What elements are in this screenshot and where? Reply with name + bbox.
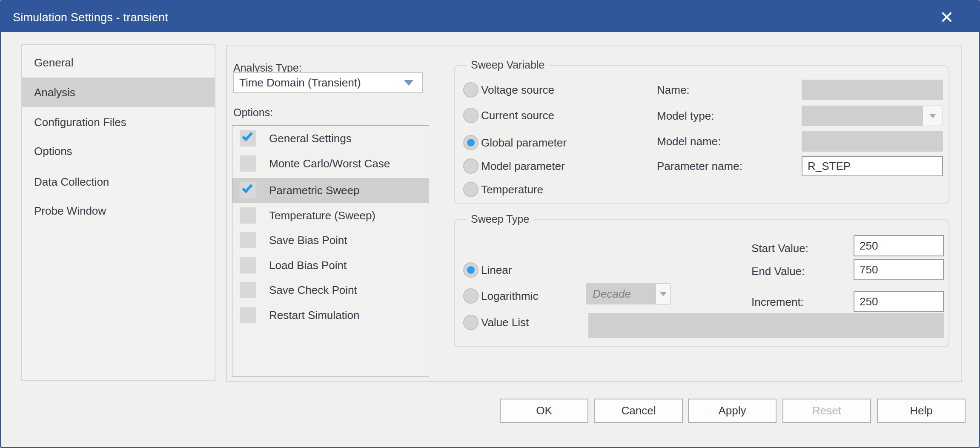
options-listbox: General Settings Monte Carlo/Worst Case …: [232, 125, 429, 377]
option-label: Load Bias Point: [269, 253, 347, 278]
option-row-monte-carlo[interactable]: Monte Carlo/Worst Case: [232, 151, 429, 176]
radio-temperature[interactable]: [463, 182, 479, 197]
option-label: Save Bias Point: [269, 228, 347, 253]
value-list-field-disabled: [588, 313, 944, 338]
radio-logarithmic[interactable]: [463, 288, 479, 304]
radio-voltage-source[interactable]: [463, 82, 479, 98]
checkbox-save-check-point[interactable]: [240, 282, 256, 298]
increment-label: Increment:: [751, 293, 804, 310]
option-row-save-bias-point[interactable]: Save Bias Point: [232, 228, 429, 253]
radio-label: Logarithmic: [481, 287, 538, 304]
model-type-label: Model type:: [657, 107, 714, 124]
checkbox-temperature-sweep[interactable]: [240, 207, 256, 224]
option-label: General Settings: [269, 126, 352, 151]
radio-label: Global parameter: [481, 134, 567, 151]
chevron-down-icon: [404, 80, 413, 86]
ok-button[interactable]: OK: [500, 399, 588, 423]
analysis-type-dropdown[interactable]: Time Domain (Transient): [233, 72, 423, 93]
log-scale-value: Decade: [593, 283, 631, 304]
chevron-down-icon: [923, 106, 943, 126]
increment-input[interactable]: [854, 291, 944, 312]
option-label: Monte Carlo/Worst Case: [269, 151, 390, 176]
checkbox-parametric-sweep[interactable]: [240, 182, 256, 198]
options-label: Options:: [233, 106, 273, 119]
checkbox-save-bias-point[interactable]: [240, 232, 256, 248]
analysis-type-value: Time Domain (Transient): [239, 73, 361, 92]
end-value-label: End Value:: [751, 263, 805, 280]
option-row-temperature-sweep[interactable]: Temperature (Sweep): [232, 203, 429, 228]
option-label: Save Check Point: [269, 278, 357, 302]
radio-value-list[interactable]: [463, 315, 479, 330]
sweep-type-title: Sweep Type: [467, 213, 533, 225]
window-title: Simulation Settings - transient: [13, 1, 168, 34]
analysis-panel: Analysis Type: Time Domain (Transient) O…: [226, 46, 962, 382]
option-row-restart-simulation[interactable]: Restart Simulation: [232, 303, 429, 327]
radio-current-source[interactable]: [463, 108, 479, 123]
radio-label: Current source: [481, 107, 554, 124]
parameter-name-input[interactable]: [802, 156, 943, 176]
start-value-label: Start Value:: [751, 240, 808, 257]
radio-label: Voltage source: [481, 81, 554, 98]
sweep-variable-title: Sweep Variable: [467, 59, 549, 71]
checkbox-general-settings[interactable]: [240, 130, 256, 146]
radio-label: Value List: [481, 314, 529, 331]
sidebar-item-options[interactable]: Options: [22, 140, 215, 163]
option-row-general-settings[interactable]: General Settings: [232, 126, 429, 151]
name-field-disabled: [802, 80, 943, 100]
check-icon: [242, 182, 253, 193]
simulation-settings-dialog: Simulation Settings - transient General …: [0, 0, 980, 448]
checkbox-restart-simulation[interactable]: [240, 307, 256, 323]
radio-model-parameter[interactable]: [463, 158, 479, 174]
sidebar: General Analysis Configuration Files Opt…: [21, 44, 215, 381]
reset-button: Reset: [782, 399, 871, 423]
model-type-dropdown-disabled: [802, 106, 943, 126]
checkbox-load-bias-point[interactable]: [240, 257, 256, 273]
check-icon: [242, 130, 253, 141]
radio-label: Temperature: [481, 181, 543, 198]
parameter-name-label: Parameter name:: [657, 158, 742, 175]
sidebar-item-configuration-files[interactable]: Configuration Files: [22, 111, 215, 134]
sweep-variable-group: Sweep Variable Voltage source Current so…: [454, 65, 949, 204]
name-label: Name:: [657, 81, 690, 98]
option-label: Parametric Sweep: [269, 178, 359, 203]
radio-global-parameter[interactable]: [463, 135, 479, 150]
close-icon[interactable]: [937, 7, 957, 27]
end-value-input[interactable]: [854, 259, 944, 280]
start-value-input[interactable]: [854, 235, 944, 256]
option-label: Temperature (Sweep): [269, 203, 375, 228]
checkbox-monte-carlo[interactable]: [240, 155, 256, 172]
sidebar-item-general[interactable]: General: [22, 51, 215, 74]
option-row-parametric-sweep[interactable]: Parametric Sweep: [232, 178, 429, 203]
radio-label: Model parameter: [481, 158, 565, 175]
sidebar-item-analysis[interactable]: Analysis: [22, 78, 215, 107]
radio-linear[interactable]: [463, 262, 479, 278]
chevron-down-icon: [656, 283, 671, 304]
model-name-field-disabled: [802, 131, 943, 152]
sidebar-item-probe-window[interactable]: Probe Window: [22, 199, 215, 222]
log-scale-dropdown-disabled: Decade: [586, 283, 671, 304]
sidebar-item-data-collection[interactable]: Data Collection: [22, 170, 215, 193]
apply-button[interactable]: Apply: [688, 399, 777, 423]
option-row-load-bias-point[interactable]: Load Bias Point: [232, 253, 429, 278]
titlebar[interactable]: Simulation Settings - transient: [1, 1, 979, 32]
cancel-button[interactable]: Cancel: [594, 399, 683, 423]
option-label: Restart Simulation: [269, 303, 359, 327]
option-row-save-check-point[interactable]: Save Check Point: [232, 278, 429, 302]
radio-label: Linear: [481, 261, 512, 279]
help-button[interactable]: Help: [877, 399, 966, 423]
model-name-label: Model name:: [657, 133, 721, 150]
sweep-type-group: Sweep Type Linear Logarithmic Value List…: [454, 219, 949, 347]
